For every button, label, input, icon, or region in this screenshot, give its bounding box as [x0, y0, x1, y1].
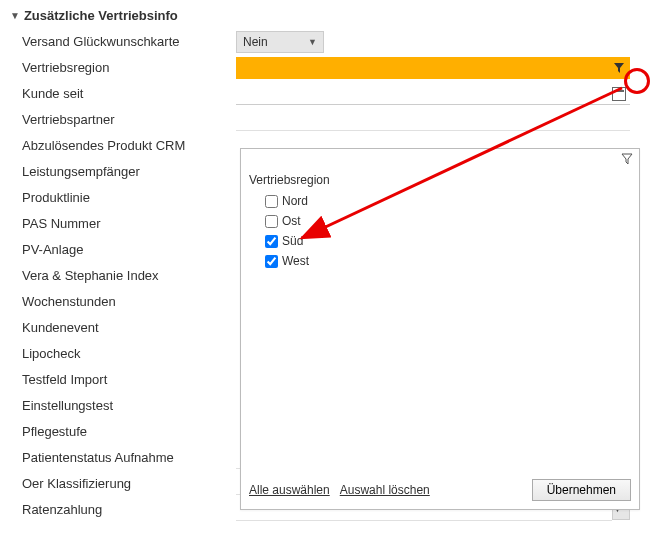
filter-title: Vertriebsregion	[249, 173, 631, 187]
select-all-link[interactable]: Alle auswählen	[249, 483, 330, 497]
label-vera: Vera & Stephanie Index	[10, 263, 236, 289]
filter-option-label: Ost	[282, 214, 301, 228]
filter-checkbox[interactable]	[265, 195, 278, 208]
label-kundenevent: Kundenevent	[10, 315, 236, 341]
label-patientenstatus: Patientenstatus Aufnahme	[10, 445, 236, 471]
label-einstell: Einstellungstest	[10, 393, 236, 419]
label-versand: Versand Glückwunschkarte	[10, 29, 236, 55]
label-ratenzahlung: Ratenzahlung	[10, 497, 236, 523]
label-wochen: Wochenstunden	[10, 289, 236, 315]
label-pv: PV-Anlage	[10, 237, 236, 263]
filter-icon[interactable]	[610, 59, 628, 77]
row-kundeseit: Kunde seit	[10, 81, 644, 107]
filter-option-label: Nord	[282, 194, 308, 208]
label-pas: PAS Nummer	[10, 211, 236, 237]
row-vertriebsregion: Vertriebsregion	[10, 55, 644, 81]
versand-dropdown-value: Nein	[243, 35, 268, 49]
label-vertriebspartner: Vertriebspartner	[10, 107, 236, 133]
label-testfeld: Testfeld Import	[10, 367, 236, 393]
label-leistungsempf: Leistungsempfänger	[10, 159, 236, 185]
chevron-down-icon: ▼	[308, 37, 317, 47]
filter-checkbox[interactable]	[265, 235, 278, 248]
filter-option[interactable]: Nord	[265, 191, 631, 211]
calendar-icon	[612, 87, 626, 101]
filter-option-label: West	[282, 254, 309, 268]
label-abzul: Abzulösendes Produkt CRM	[10, 133, 236, 159]
vertriebsregion-field[interactable]	[236, 57, 630, 79]
kundeseit-date-field[interactable]	[236, 83, 630, 105]
filter-checkbox[interactable]	[265, 215, 278, 228]
section-header[interactable]: ▼ Zusätzliche Vertriebsinfo	[10, 8, 644, 23]
versand-dropdown[interactable]: Nein ▼	[236, 31, 324, 53]
vertriebspartner-field[interactable]	[236, 109, 630, 131]
clear-selection-link[interactable]: Auswahl löschen	[340, 483, 430, 497]
row-vertriebspartner: Vertriebspartner	[10, 107, 644, 133]
filter-option[interactable]: Ost	[265, 211, 631, 231]
label-vertriebsregion: Vertriebsregion	[10, 55, 236, 81]
label-oer: Oer Klassifizierung	[10, 471, 236, 497]
filter-panel: Vertriebsregion NordOstSüdWest Alle ausw…	[240, 148, 640, 510]
section-title: Zusätzliche Vertriebsinfo	[24, 8, 178, 23]
filter-option[interactable]: Süd	[265, 231, 631, 251]
filter-option[interactable]: West	[265, 251, 631, 271]
filter-checkbox[interactable]	[265, 255, 278, 268]
apply-button[interactable]: Übernehmen	[532, 479, 631, 501]
collapse-arrow-icon: ▼	[10, 10, 20, 21]
filter-option-label: Süd	[282, 234, 303, 248]
label-lipocheck: Lipocheck	[10, 341, 236, 367]
row-versand: Versand Glückwunschkarte Nein ▼	[10, 29, 644, 55]
label-pflegestufe: Pflegestufe	[10, 419, 236, 445]
filter-icon[interactable]	[621, 153, 633, 165]
label-kundeseit: Kunde seit	[10, 81, 236, 107]
label-produktlinie: Produktlinie	[10, 185, 236, 211]
